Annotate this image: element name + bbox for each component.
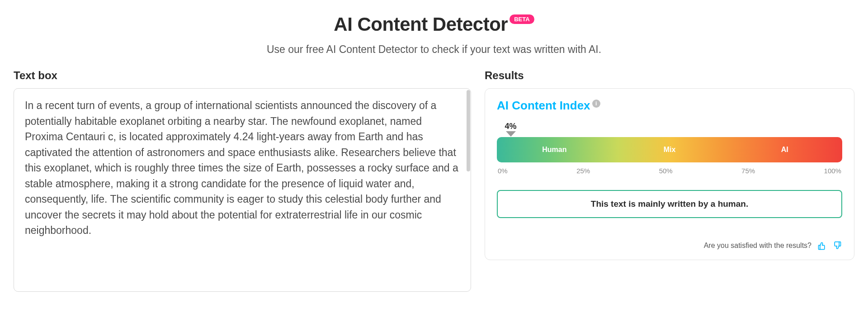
tick-25: 25%: [576, 167, 590, 175]
gauge-percent-label: 4%: [505, 122, 517, 131]
header: AI Content Detector BETA Use our free AI…: [14, 14, 854, 56]
results-card: AI Content Index i 4% Human Mix AI: [485, 88, 854, 260]
beta-badge: BETA: [509, 14, 534, 24]
results-label: Results: [485, 69, 854, 82]
thumbs-down-icon[interactable]: [832, 241, 842, 251]
gauge-seg-human: Human: [497, 146, 612, 154]
ai-content-index-title: AI Content Index: [497, 99, 590, 113]
tick-100: 100%: [824, 167, 841, 175]
feedback-prompt: Are you satisfied with the results?: [704, 242, 811, 250]
gauge-seg-ai: AI: [727, 146, 842, 154]
page-title: AI Content Detector: [334, 14, 508, 35]
gauge: 4% Human Mix AI 0% 25% 50% 75% 1: [497, 122, 842, 175]
scrollbar-thumb[interactable]: [467, 90, 470, 171]
info-icon[interactable]: i: [592, 100, 600, 108]
gauge-seg-mix: Mix: [612, 146, 727, 154]
feedback-row: Are you satisfied with the results?: [497, 241, 842, 251]
thumbs-up-icon[interactable]: [817, 241, 827, 251]
tick-75: 75%: [741, 167, 755, 175]
pointer-arrow-icon: [506, 131, 516, 137]
gauge-pointer: 4%: [505, 122, 517, 137]
content-textarea[interactable]: [14, 88, 471, 292]
tick-50: 50%: [659, 167, 673, 175]
verdict-box: This text is mainly written by a human.: [497, 190, 842, 218]
gauge-ticks: 0% 25% 50% 75% 100%: [497, 167, 842, 175]
gauge-bar: Human Mix AI: [497, 137, 842, 162]
tick-0: 0%: [498, 167, 508, 175]
textbox-label: Text box: [14, 69, 471, 82]
page-subtitle: Use our free AI Content Detector to chec…: [14, 43, 854, 56]
